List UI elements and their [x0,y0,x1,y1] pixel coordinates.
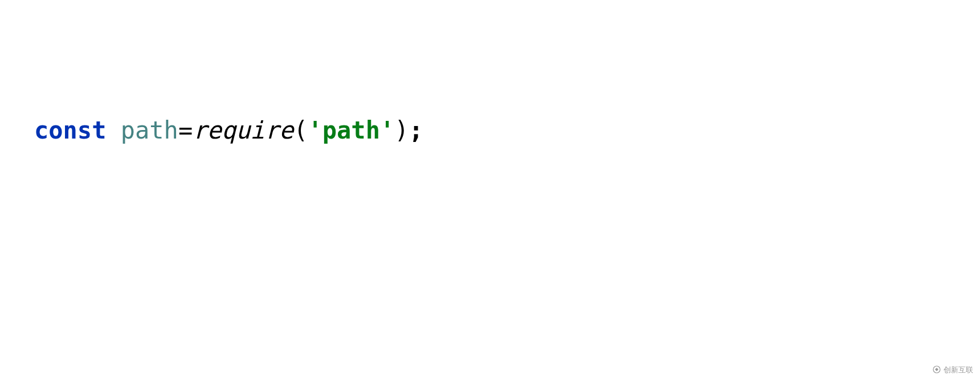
paren-close: ) [394,116,409,144]
keyword-const: const [34,116,106,144]
semicolon: ; [409,116,423,144]
paren-open: ( [293,116,308,144]
code-line-2[interactable] [0,256,980,292]
watermark: 创新互联 [932,364,973,376]
code-line-1[interactable]: const path=require('path'); [0,112,980,148]
string-path: 'path' [308,116,395,144]
watermark-text: 创新互联 [944,364,973,376]
operator-equals: = [178,116,193,144]
variable-path: path [121,116,178,144]
watermark-logo-icon [932,365,941,374]
code-editor[interactable]: const path=require('path'); module.expor… [0,0,980,382]
function-require: require [193,116,293,144]
